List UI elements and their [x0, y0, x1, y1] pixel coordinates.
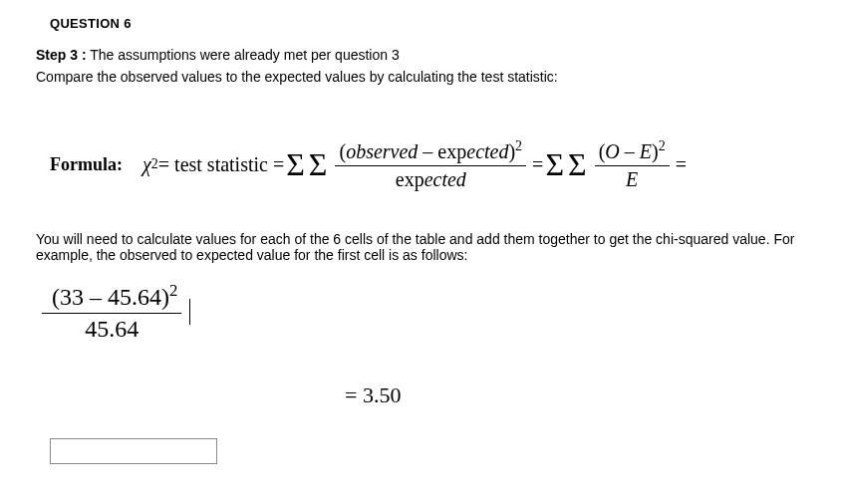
- example-row: (33 – 45.64)2 45.64: [36, 281, 807, 343]
- fraction-1: (observed – expected)2 expected: [335, 138, 526, 191]
- explain-text: You will need to calculate values for ea…: [36, 231, 807, 263]
- eq-end: =: [676, 153, 687, 176]
- formula-row: Formula: χ2 = test statistic = ΣΣ (obser…: [50, 138, 807, 191]
- sigma-1: Σ: [286, 148, 305, 180]
- sigma-3: Σ: [545, 148, 564, 180]
- formula-math: χ2 = test statistic = ΣΣ (observed – exp…: [142, 138, 687, 191]
- chi-symbol: χ: [142, 153, 151, 176]
- sigma-4: Σ: [568, 148, 587, 180]
- answer-line: = 3.50: [345, 382, 807, 408]
- step-text: The assumptions were already met per que…: [87, 47, 400, 63]
- example-fraction: (33 – 45.64)2 45.64: [42, 281, 181, 343]
- step-line: Step 3 : The assumptions were already me…: [36, 47, 807, 63]
- sigma-2: Σ: [309, 148, 328, 180]
- eq-mid: =: [532, 153, 543, 176]
- question-heading: QUESTION 6: [50, 16, 807, 31]
- chi-exp: 2: [151, 156, 158, 172]
- fraction-2: (O – E)2 E: [595, 138, 670, 191]
- step-label: Step 3 :: [36, 47, 87, 63]
- answer-input[interactable]: [50, 438, 217, 464]
- answer-eq: =: [345, 382, 363, 407]
- text-cursor: [189, 299, 190, 325]
- formula-label: Formula:: [50, 154, 123, 175]
- eq-teststat: = test statistic =: [158, 153, 284, 176]
- compare-text: Compare the observed values to the expec…: [36, 69, 807, 85]
- answer-value: 3.50: [363, 382, 402, 407]
